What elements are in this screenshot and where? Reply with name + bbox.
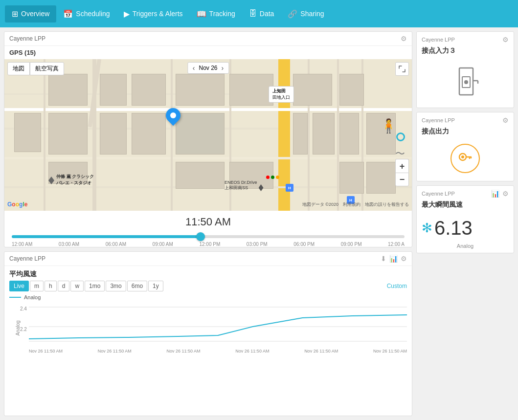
right-card-3-header-label: Cayenne LPP	[422, 191, 455, 197]
chart-settings-icon[interactable]: ⚙	[401, 255, 407, 263]
legend-label: Analog	[24, 294, 41, 300]
right-card-2: Cayenne LPP ⚙ 接点出力	[416, 112, 514, 181]
nav-item-triggers[interactable]: ▶ Triggers & Alerts	[117, 5, 190, 22]
building7	[100, 113, 127, 155]
tab-h[interactable]: h	[45, 281, 57, 291]
wind-value-area: ✻ 6.13	[422, 213, 509, 243]
x-label-1: Nov 26 11:50 AM	[98, 349, 132, 354]
nav-item-data[interactable]: 🗄 Data	[242, 5, 281, 22]
wind-value: 6.13	[434, 217, 473, 239]
building18	[339, 113, 359, 155]
time-labels: 12:00 AM 03:00 AM 06:00 AM 09:00 AM 12:0…	[9, 242, 407, 247]
right-card-1-gear-icon[interactable]: ⚙	[502, 36, 509, 44]
y-tick-2-2: 2.2	[20, 327, 27, 332]
time-display: 11:50 AM	[9, 216, 407, 228]
tab-3mo[interactable]: 3mo	[106, 281, 126, 291]
map-tooltip: 上知田 田地入口	[269, 86, 294, 103]
chart-card-header-label: Cayenne LPP	[9, 255, 45, 262]
x-label-0: Nov 26 11:50 AM	[29, 349, 63, 354]
map-view-btn[interactable]: 地図	[7, 62, 30, 75]
slider-container	[9, 232, 407, 240]
right-card-2-title: 接点出力	[422, 127, 509, 136]
map-road-v3	[171, 59, 173, 211]
building15	[293, 113, 308, 155]
time-label-3: 09:00 AM	[153, 242, 173, 247]
time-label-6: 06:00 PM	[293, 242, 315, 247]
map-circle-icon	[396, 133, 405, 141]
aerial-view-btn[interactable]: 航空写真	[30, 62, 64, 75]
tab-1mo[interactable]: 1mo	[85, 281, 105, 291]
tracking-icon: 📖	[197, 9, 206, 19]
chart-area: Analog Analog 2.4 2.2	[4, 294, 412, 363]
tooltip-line1: 上知田	[272, 88, 290, 94]
right-card-3-gear-icon[interactable]: ⚙	[502, 190, 509, 198]
time-label-2: 06:00 AM	[106, 242, 126, 247]
wind-fan-icon: ✻	[422, 221, 432, 236]
download-icon[interactable]: ⬇	[381, 255, 386, 263]
gps-pin[interactable]	[166, 108, 180, 123]
map-card-header-label: Cayenne LPP	[9, 35, 45, 42]
right-card-1-title: 接点入力３	[422, 46, 509, 55]
tab-live[interactable]: Live	[9, 281, 29, 291]
nav-item-tracking[interactable]: 📖 Tracking	[190, 5, 242, 22]
map-expand-button[interactable]	[395, 62, 409, 76]
tab-m[interactable]: m	[30, 281, 44, 291]
time-label-7: 09:00 PM	[341, 242, 362, 247]
building17	[339, 74, 364, 106]
tooltip-line2: 田地入口	[272, 94, 290, 101]
right-card-3: Cayenne LPP 📊 ⚙ 最大瞬間風速 ✻ 6.13 Analog	[416, 185, 514, 253]
door-handle-icon	[450, 63, 481, 100]
nav-label-sharing: Sharing	[300, 10, 324, 18]
right-card-1-header: Cayenne LPP ⚙	[422, 36, 509, 44]
sharing-icon: 🔗	[288, 9, 297, 19]
date-next-arrow[interactable]: ›	[222, 64, 224, 72]
building3	[48, 113, 88, 155]
map-area[interactable]: 🧍 上知田 田地入口 仲條 薫 クラシックバレエ・スタジオ ENEOS Dr.D…	[4, 59, 412, 211]
zoom-out-button[interactable]: −	[395, 173, 409, 186]
nav-item-sharing[interactable]: 🔗 Sharing	[281, 5, 331, 22]
tab-1y[interactable]: 1y	[148, 281, 163, 291]
right-card-3-chart-icon[interactable]: 📊	[491, 190, 499, 198]
tab-d[interactable]: d	[58, 281, 70, 291]
right-card-3-title: 最大瞬間風速	[422, 200, 509, 209]
timeline-slider[interactable]	[12, 235, 405, 238]
building14	[293, 74, 332, 106]
chart-title: 平均風速	[4, 266, 412, 281]
svg-point-9	[461, 155, 464, 158]
map-road-h2	[4, 157, 412, 159]
location-pin-2	[48, 177, 54, 184]
left-column: Cayenne LPP ⚙ GPS (15)	[4, 31, 412, 416]
x-label-3: Nov 26 11:50 AM	[235, 349, 269, 354]
right-card-1-header-label: Cayenne LPP	[422, 37, 455, 43]
map-attribution: 地図データ ©2020 利用規約 地図の誤りを報告する	[302, 201, 409, 208]
building21	[366, 162, 396, 194]
map-road-v6	[337, 59, 339, 211]
traffic-light-orange	[276, 176, 279, 179]
scheduling-icon: 📅	[63, 9, 73, 19]
tab-custom[interactable]: Custom	[387, 283, 407, 289]
nav-item-scheduling[interactable]: 📅 Scheduling	[56, 5, 116, 22]
x-label-5: Nov 26 11:50 AM	[373, 349, 407, 354]
map-road-h1	[4, 108, 412, 111]
tab-6mo[interactable]: 6mo	[127, 281, 147, 291]
map-date-label: Nov 26	[199, 65, 217, 71]
chart-legend: Analog	[9, 294, 407, 300]
map-controls-topleft: 地図 航空写真	[7, 62, 64, 75]
time-label-5: 03:00 PM	[247, 242, 268, 247]
time-label-1: 03:00 AM	[59, 242, 79, 247]
building19	[339, 162, 364, 194]
right-card-2-gear-icon[interactable]: ⚙	[502, 116, 509, 124]
date-prev-arrow[interactable]: ‹	[193, 64, 195, 72]
tab-w[interactable]: w	[70, 281, 84, 291]
chart-type-icon[interactable]: 📊	[389, 255, 398, 263]
nav-item-overview[interactable]: ⊞ Overview	[5, 5, 56, 22]
traffic-lights	[266, 176, 279, 179]
key-circle	[450, 144, 480, 173]
map-settings-gear-icon[interactable]: ⚙	[401, 35, 407, 43]
timeline-area: 11:50 AM 12:00 AM 03:00 AM 06:00 AM 09:0…	[4, 211, 412, 247]
map-icon-1: H	[286, 184, 293, 192]
x-label-2: Nov 26 11:50 AM	[167, 349, 201, 354]
traffic-light-green	[271, 176, 274, 179]
right-card-2-icon-area	[422, 140, 509, 177]
zoom-in-button[interactable]: +	[395, 159, 409, 173]
